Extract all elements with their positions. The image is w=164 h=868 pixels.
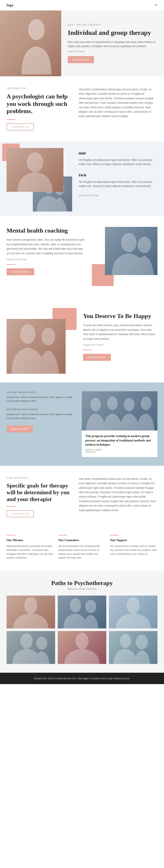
psychologist-left: INFORMATION A psychologist can help you … — [7, 87, 72, 130]
mission-title: Our Mission — [7, 538, 54, 542]
read-more-button[interactable]: READ MORE — [68, 56, 94, 63]
coaching-learn-more-button[interactable]: LEARN MORE — [7, 268, 34, 275]
svg-point-5 — [138, 237, 151, 253]
workshops-left: ONLINE WORKSHOPS Sample text. Click to s… — [7, 391, 75, 457]
hero-badge: BEST ONLINE THERAPY — [68, 24, 157, 26]
svg-point-1 — [27, 152, 43, 172]
services-label: OUR SERVICES — [7, 477, 72, 479]
deserve-img-credit: Images from Freepik — [83, 344, 157, 346]
path-image-4 — [7, 631, 55, 664]
svg-point-14 — [85, 600, 96, 613]
one-body: Vel fringilla est ullamcorper eget nulla… — [79, 158, 157, 166]
workshop-desc-title: This program provides training in modern… — [85, 434, 154, 447]
svg-point-16 — [20, 633, 33, 649]
services-section: OUR SERVICES Specific goals for therapy … — [0, 466, 164, 528]
counselors-card: Our Counselors We are passionate and com… — [58, 535, 106, 560]
psychologist-body: Viae tortor condimentum lacinia quis vel… — [79, 87, 157, 119]
online-workshops-item: ONLINE WORKSHOPS Sample text. Click to s… — [7, 391, 75, 403]
one-two-content: one Vel fringilla est ullamcorper eget n… — [74, 142, 164, 216]
workshop-description-box: This program provides training in modern… — [82, 431, 157, 457]
one-two-main-image — [7, 148, 64, 192]
path-image-1 — [7, 595, 55, 628]
contact-us-button-1[interactable]: CONTACT US — [7, 123, 34, 130]
mission-body: Making professional counseling accessibl… — [7, 544, 54, 560]
support-body: Our support team is always here to answe… — [110, 544, 157, 556]
counselors-divider — [58, 535, 67, 535]
navbar: logo ≡ — [0, 0, 164, 10]
two-body: Vel fringilla est ullamcorper eget nulla… — [79, 180, 157, 188]
coaching-section: Mental health coaching Give sincere comp… — [0, 216, 164, 299]
svg-point-4 — [121, 233, 136, 252]
divider-3 — [83, 350, 92, 350]
weekend-programs-label: WEEKEND PROGRAMS — [7, 408, 75, 411]
support-divider — [110, 535, 119, 535]
services-right: Viae tortor condimentum lacinia quis vel… — [79, 477, 157, 518]
svg-point-6 — [20, 324, 36, 344]
svg-point-12 — [24, 597, 37, 614]
contact-us-button-2[interactable]: CONTACT US — [7, 510, 34, 517]
path-image-2 — [58, 595, 106, 628]
services-left: OUR SERVICES Specific goals for therapy … — [7, 477, 72, 518]
one-two-section: one Vel fringilla est ullamcorper eget n… — [0, 142, 164, 216]
psychologist-right: Viae tortor condimentum lacinia quis vel… — [79, 87, 157, 119]
deserve-learn-more-button[interactable]: LEARN MORE — [83, 354, 111, 361]
divider-2 — [7, 264, 15, 265]
hero-content: BEST ONLINE THERAPY Individual and group… — [61, 10, 164, 76]
deserve-body: Ut enim ad minim veniam, quis nostrud ex… — [83, 323, 157, 341]
workshop-desc-credit-2: FREEPIK — [85, 451, 154, 454]
hero-body-text: Duis aute irure dolor in reprehenderit i… — [68, 40, 157, 49]
deserve-content: You Deserve To Be Happy Ut enim ad minim… — [83, 308, 157, 374]
hamburger-menu-icon[interactable]: ≡ — [155, 3, 157, 8]
psychologist-label: INFORMATION — [7, 87, 72, 90]
coaching-content: Mental health coaching Give sincere comp… — [7, 227, 85, 275]
hero-section: BEST ONLINE THERAPY Individual and group… — [0, 10, 164, 76]
svg-point-18 — [75, 632, 89, 649]
paths-img-credit: Images from Freepik — [7, 588, 157, 590]
services-title: Specific goals for therapy will be deter… — [7, 482, 72, 503]
coaching-body: Give sincere compliments often. You can … — [7, 238, 85, 255]
path-image-6 — [109, 631, 157, 664]
paths-section: Paths to Psychotherapy Images from Freep… — [0, 571, 164, 673]
one-two-images — [0, 142, 74, 216]
path-image-5 — [58, 631, 106, 664]
logo: logo — [7, 3, 13, 7]
online-workshops-text: Sample text. Click to select the text bo… — [7, 396, 75, 403]
svg-point-17 — [36, 637, 47, 650]
hero-image — [0, 10, 61, 76]
svg-point-13 — [70, 598, 81, 613]
coaching-title: Mental health coaching — [7, 227, 85, 234]
deserve-images — [7, 308, 77, 374]
section-one: one Vel fringilla est ullamcorper eget n… — [79, 150, 157, 166]
svg-point-20 — [136, 635, 148, 649]
coaching-img-credit: Images from Freepik — [7, 258, 85, 260]
workshop-desc-credit-1: IMAGE FROM — [85, 449, 154, 451]
divider — [7, 119, 15, 120]
online-workshops-label: ONLINE WORKSHOPS — [7, 391, 75, 394]
weekend-programs-item: WEEKEND PROGRAMS Sample text. Click to s… — [7, 408, 75, 420]
psychologist-section: INFORMATION A psychologist can help you … — [0, 76, 164, 142]
svg-point-11 — [141, 397, 151, 410]
counselors-title: Our Counselors — [58, 538, 106, 542]
deserve-section: You Deserve To Be Happy Ut enim ad minim… — [0, 299, 164, 382]
svg-point-19 — [120, 634, 131, 648]
svg-point-15 — [127, 597, 140, 614]
services-body: Viae tortor condimentum lacinia quis vel… — [79, 477, 157, 513]
footer: Sample text. Click to select the text bo… — [0, 673, 164, 684]
one-title: one — [79, 150, 157, 156]
workshops-read-more-button[interactable]: READ MORE — [7, 426, 33, 432]
divider-4 — [7, 506, 15, 507]
path-image-3 — [109, 595, 157, 628]
deserve-title: You Deserve To Be Happy — [83, 312, 157, 320]
mission-divider — [7, 535, 15, 535]
weekend-programs-text: Sample text. Click to select the text bo… — [7, 412, 75, 420]
mission-section: Our Mission Making professional counseli… — [0, 528, 164, 570]
psychologist-title: A psychologist can help you work through… — [7, 93, 72, 115]
mission-card: Our Mission Making professional counseli… — [7, 535, 54, 560]
coaching-images — [92, 227, 157, 288]
one-two-img-credit: Images from Freepik — [79, 194, 157, 197]
deserve-main-image — [7, 319, 66, 374]
footer-text: Sample text. Click to select the text bo… — [34, 677, 130, 680]
svg-point-10 — [124, 398, 134, 411]
coaching-main-image — [105, 227, 157, 275]
workshops-section: ONLINE WORKSHOPS Sample text. Click to s… — [0, 382, 164, 466]
